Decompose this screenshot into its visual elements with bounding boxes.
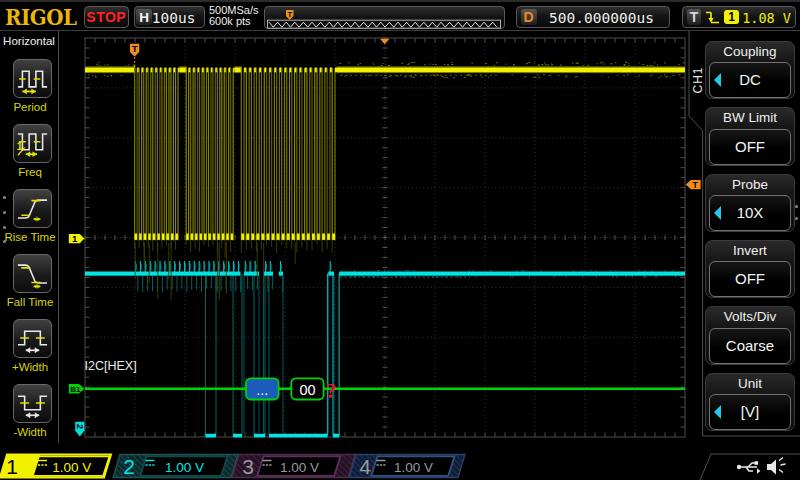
minus-width-icon [14,385,51,422]
acquisition-readout: 500MSa/s 600k pts [209,5,259,28]
invert-label: Invert [706,243,794,258]
volts-div-value: Coarse [710,329,790,362]
channel-number: 2 [123,455,135,478]
channel-cell-4[interactable]: 41.00 V [349,455,465,479]
measure-item-fall-time[interactable] [13,254,52,293]
channel-status-bar: 11.00 V21.00 V31.00 V41.00 V [0,443,800,480]
trigger-source-badge: 1 [724,10,739,24]
channel-number: 1 [6,455,18,478]
status-bar: RIGOL STOP H 100us 500MSa/s 600k pts T D… [0,0,800,31]
volts-div-value-box: Coarse [709,328,791,364]
trigger-level-value: 1.08 V [742,10,791,26]
menu-item-volts-div[interactable]: Volts/Div Coarse [705,306,795,365]
probe-label: Probe [706,177,794,192]
rise-time-icon [14,190,51,227]
invert-value: OFF [710,262,790,295]
measure-item-freq-label: Freq [0,166,60,178]
invert-value-box: OFF [709,261,791,297]
memory-depth: 600k pts [209,16,259,28]
memory-position-preview[interactable]: T [264,6,505,29]
center-reference-marker [380,39,390,44]
delay-prefix: D [521,9,537,26]
channel-number: 4 [359,455,371,478]
volts-div-label: Volts/Div [706,309,794,324]
trigger-prefix: T [687,9,701,26]
scroll-indicator-dot [3,226,6,229]
measure-item-period-label: Period [0,101,60,113]
measure-sidebar: Horizontal Period 1 Freq [0,31,59,448]
measure-item-period[interactable] [13,59,52,98]
channel-cell-1[interactable]: 11.00 V [0,455,111,479]
decode-format-label: I2C[HEX] [85,359,137,373]
channel-scale-value: 1.00 V [165,460,204,475]
run-state-button[interactable]: STOP [84,6,130,28]
delay-readout[interactable]: D 500.000000us [516,6,670,28]
measure-item-rise-time-label: Rise Time [0,231,60,243]
measure-category-title: Horizontal [0,35,58,47]
rigol-logo: RIGOL [5,4,77,30]
measure-item-rise-time[interactable] [13,189,52,228]
decode-packet-value: 00 [299,382,315,398]
channel-scale-value: 1.00 V [280,460,319,475]
menu-item-bw-limit[interactable]: BW Limit OFF [705,107,795,166]
bus-marker-label: B1 [70,385,81,394]
measure-item-fall-time-label: Fall Time [0,296,60,308]
channel-scale-value: 1.00 V [394,460,433,475]
period-icon [14,60,51,97]
preview-trigger-label: T [287,10,292,19]
scroll-indicator-dot [795,205,798,208]
scroll-indicator-dot [3,211,6,214]
usb-icon [737,461,761,474]
measure-item-pos-width-label: +Width [0,361,60,373]
delay-value: 500.000000us [543,10,661,26]
timebase-value: 100us [152,10,196,26]
menu-item-invert[interactable]: Invert OFF [705,240,795,299]
measure-item-neg-width-label: -Width [0,426,60,438]
decode-packet-value: ... [256,382,268,398]
channel-cell-2[interactable]: 21.00 V [113,455,238,479]
probe-value-box: 10X [709,195,791,231]
channel-cell-3[interactable]: 31.00 V [232,455,355,479]
timebase-prefix: H [136,9,152,26]
unit-label: Unit [706,376,794,391]
probe-value: 10X [710,196,790,229]
speaker-icon [767,458,786,475]
unit-value-box: [V] [709,394,791,430]
timebase-readout[interactable]: H 100us [134,6,205,28]
coupling-label: Coupling [706,44,794,59]
menu-item-coupling[interactable]: Coupling DC [705,41,795,100]
scroll-indicator-dot [3,196,6,199]
bw-limit-value-box: OFF [709,129,791,165]
plus-width-icon [14,320,51,357]
scroll-indicator-dot [795,217,798,220]
coupling-value: DC [710,63,790,96]
waveform-display: ...00?I2C[HEX]TT1B12 [0,0,800,480]
memory-waveform-thumbnail: T [265,7,504,29]
measure-item-pos-width[interactable] [13,319,52,358]
channel-scale-value: 1.00 V [52,460,91,475]
menu-item-probe[interactable]: Probe 10X [705,174,795,233]
channel-cells: 11.00 V21.00 V31.00 V41.00 V [0,443,800,480]
trigger-position-label: T [132,43,138,54]
bw-limit-label: BW Limit [706,110,794,125]
ch2-marker-label: 2 [75,424,85,429]
ch1-marker-label: 1 [72,233,78,244]
measure-item-neg-width[interactable] [13,384,52,423]
unit-value: [V] [710,395,790,428]
trigger-readout[interactable]: T 1 1.08 V [682,6,797,28]
coupling-value-box: DC [709,62,791,98]
oscilloscope-screen: ...00?I2C[HEX]TT1B12 RIGOL STOP H 100us … [0,0,800,480]
memory-waveform-line [269,22,497,27]
menu-item-unit[interactable]: Unit [V] [705,373,795,432]
topbar-separator [0,30,800,31]
bezel-edge [0,0,800,2]
fall-time-icon [14,255,51,292]
channel-menu: CH1 Coupling DC BW Limit OFF Probe 10X I… [688,31,800,443]
run-state-label: STOP [85,9,129,25]
menu-tab-ch1[interactable]: CH1 [691,65,705,95]
freq-icon: 1 [14,125,51,162]
bw-limit-value: OFF [710,130,790,163]
decode-error-mark: ? [326,378,337,403]
measure-item-freq[interactable]: 1 [13,124,52,163]
scroll-indicator-dot [3,240,6,243]
